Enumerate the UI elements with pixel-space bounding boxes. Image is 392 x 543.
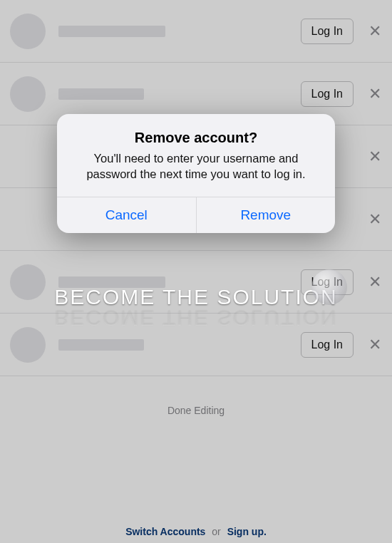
login-button[interactable]: Log In: [301, 269, 354, 295]
remove-account-icon[interactable]: ✕: [366, 148, 383, 165]
remove-account-icon[interactable]: ✕: [366, 211, 383, 228]
remove-account-icon[interactable]: ✕: [366, 274, 383, 291]
dialog-title: Remove account?: [74, 130, 318, 146]
account-row: Log In ✕: [0, 0, 392, 63]
sign-up-link[interactable]: Sign up.: [227, 526, 267, 537]
avatar: [10, 264, 46, 300]
account-name-placeholder: [58, 26, 301, 37]
remove-account-icon[interactable]: ✕: [366, 336, 383, 353]
account-name-placeholder: [58, 88, 301, 100]
cancel-button[interactable]: Cancel: [57, 197, 196, 233]
dialog-body: You'll need to enter your username and p…: [74, 150, 318, 182]
login-button[interactable]: Log In: [301, 19, 354, 44]
remove-account-icon[interactable]: ✕: [366, 86, 383, 103]
account-name-placeholder: [58, 276, 301, 288]
remove-account-icon[interactable]: ✕: [366, 23, 383, 40]
avatar: [10, 14, 46, 49]
remove-button[interactable]: Remove: [196, 197, 336, 233]
avatar: [10, 327, 46, 363]
remove-account-dialog: Remove account? You'll need to enter you…: [57, 114, 335, 233]
done-editing-button[interactable]: Done Editing: [0, 405, 392, 416]
footer-separator: or: [212, 526, 220, 537]
login-button[interactable]: Log In: [301, 81, 354, 107]
account-row: Log In ✕: [0, 314, 392, 376]
login-button[interactable]: Log In: [301, 332, 354, 358]
account-row: Log In ✕: [0, 251, 392, 314]
footer: Switch Accounts or Sign up.: [0, 526, 392, 537]
avatar: [10, 76, 46, 112]
account-name-placeholder: [58, 339, 301, 351]
switch-accounts-link[interactable]: Switch Accounts: [125, 526, 205, 537]
